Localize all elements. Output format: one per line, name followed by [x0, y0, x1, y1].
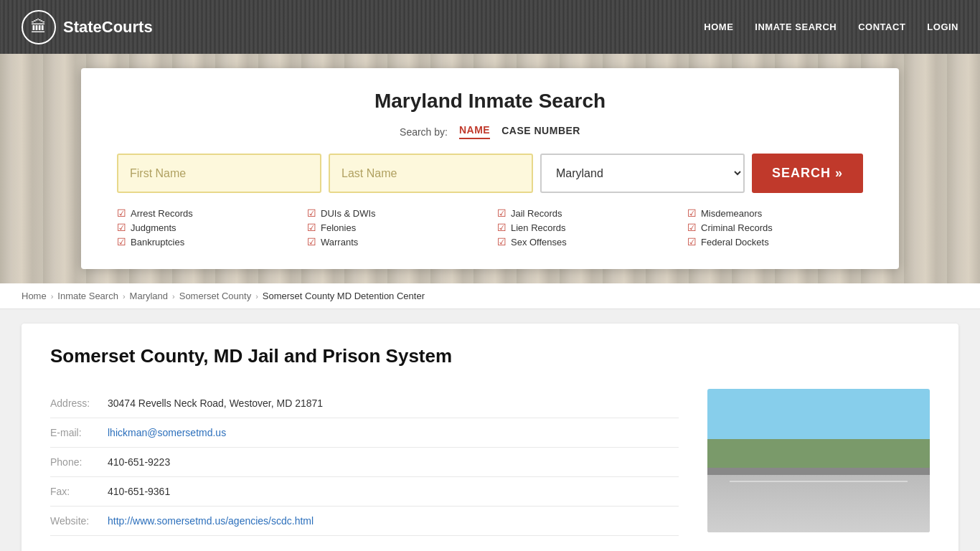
breadcrumb-current: Somerset County MD Detention Center — [263, 291, 425, 301]
check-icon: ☑ — [117, 207, 126, 219]
website-row: Website: http://www.somersetmd.us/agenci… — [50, 507, 679, 536]
address-value: 30474 Revells Neck Road, Westover, MD 21… — [108, 397, 323, 409]
check-icon: ☑ — [497, 222, 507, 233]
feature-bankruptcies: ☑ Bankruptcies — [117, 236, 293, 248]
check-icon: ☑ — [687, 207, 697, 219]
facility-image — [707, 389, 930, 532]
website-value: http://www.somersetmd.us/agencies/scdc.h… — [108, 515, 314, 527]
feature-sex-offenses: ☑ Sex Offenses — [497, 236, 673, 248]
breadcrumb-home[interactable]: Home — [22, 291, 47, 301]
logo-icon: 🏛 — [22, 10, 56, 44]
feature-duis: ☑ DUIs & DWIs — [307, 207, 483, 219]
breadcrumb-sep-1: › — [51, 292, 54, 301]
breadcrumb-inmate-search[interactable]: Inmate Search — [57, 291, 118, 301]
feature-federal-dockets: ☑ Federal Dockets — [687, 236, 863, 248]
nav: HOME INMATE SEARCH CONTACT LOGIN — [704, 22, 958, 32]
email-link[interactable]: lhickman@somersetmd.us — [108, 427, 226, 438]
breadcrumb-somerset[interactable]: Somerset County — [179, 291, 251, 301]
state-select[interactable]: Maryland Alabama Alaska Arizona Californ… — [540, 154, 745, 193]
feature-jail-records: ☑ Jail Records — [497, 207, 673, 219]
check-icon: ☑ — [117, 222, 126, 233]
facility-title: Somerset County, MD Jail and Prison Syst… — [50, 345, 930, 367]
breadcrumb-sep-4: › — [255, 292, 258, 301]
search-by-row: Search by: NAME CASE NUMBER — [117, 124, 863, 139]
logo-text: StateCourts — [63, 18, 153, 37]
check-icon: ☑ — [687, 222, 697, 233]
facility-card: Somerset County, MD Jail and Prison Syst… — [22, 324, 958, 551]
feature-arrest-records: ☑ Arrest Records — [117, 207, 293, 219]
fax-value: 410-651-9361 — [108, 486, 170, 497]
search-card: Maryland Inmate Search Search by: NAME C… — [81, 68, 899, 269]
last-name-input[interactable] — [329, 154, 533, 193]
feature-misdemeanors: ☑ Misdemeanors — [687, 207, 863, 219]
facility-details: Address: 30474 Revells Neck Road, Westov… — [50, 389, 930, 536]
check-icon: ☑ — [117, 236, 126, 248]
main-content: Somerset County, MD Jail and Prison Syst… — [0, 309, 980, 551]
email-label: E-mail: — [50, 427, 108, 438]
breadcrumb-sep-3: › — [172, 292, 175, 301]
address-label: Address: — [50, 397, 108, 409]
nav-inmate-search[interactable]: INMATE SEARCH — [755, 22, 837, 32]
breadcrumb-maryland[interactable]: Maryland — [130, 291, 168, 301]
first-name-input[interactable] — [117, 154, 321, 193]
check-icon: ☑ — [497, 207, 507, 219]
check-icon: ☑ — [497, 236, 507, 248]
logo[interactable]: 🏛 StateCourts — [22, 10, 153, 44]
website-link[interactable]: http://www.somersetmd.us/agencies/scdc.h… — [108, 515, 314, 527]
fax-label: Fax: — [50, 486, 108, 497]
nav-login[interactable]: LOGIN — [927, 22, 958, 32]
search-title: Maryland Inmate Search — [117, 90, 863, 113]
features-grid: ☑ Arrest Records ☑ DUIs & DWIs ☑ Jail Re… — [117, 207, 863, 248]
email-value: lhickman@somersetmd.us — [108, 427, 226, 438]
nav-home[interactable]: HOME — [704, 22, 733, 32]
website-label: Website: — [50, 515, 108, 527]
check-icon: ☑ — [687, 236, 697, 248]
check-icon: ☑ — [307, 207, 316, 219]
facility-info: Address: 30474 Revells Neck Road, Westov… — [50, 389, 679, 536]
check-icon: ☑ — [307, 222, 316, 233]
feature-judgments: ☑ Judgments — [117, 222, 293, 233]
feature-felonies: ☑ Felonies — [307, 222, 483, 233]
search-inputs-row: Maryland Alabama Alaska Arizona Californ… — [117, 154, 863, 193]
fax-row: Fax: 410-651-9361 — [50, 477, 679, 507]
search-by-label: Search by: — [400, 126, 448, 138]
feature-warrants: ☑ Warrants — [307, 236, 483, 248]
check-icon: ☑ — [307, 236, 316, 248]
search-button[interactable]: SEARCH » — [752, 154, 863, 193]
tab-case-number[interactable]: CASE NUMBER — [501, 125, 580, 138]
phone-row: Phone: 410-651-9223 — [50, 448, 679, 477]
phone-value: 410-651-9223 — [108, 456, 170, 468]
breadcrumb-sep-2: › — [123, 292, 126, 301]
tab-name[interactable]: NAME — [459, 124, 490, 139]
email-row: E-mail: lhickman@somersetmd.us — [50, 418, 679, 448]
feature-lien-records: ☑ Lien Records — [497, 222, 673, 233]
breadcrumb: Home › Inmate Search › Maryland › Somers… — [0, 283, 980, 309]
feature-criminal-records: ☑ Criminal Records — [687, 222, 863, 233]
address-row: Address: 30474 Revells Neck Road, Westov… — [50, 389, 679, 418]
nav-contact[interactable]: CONTACT — [858, 22, 905, 32]
header: 🏛 StateCourts HOME INMATE SEARCH CONTACT… — [0, 0, 980, 54]
hero-section: Maryland Inmate Search Search by: NAME C… — [0, 54, 980, 283]
phone-label: Phone: — [50, 456, 108, 468]
